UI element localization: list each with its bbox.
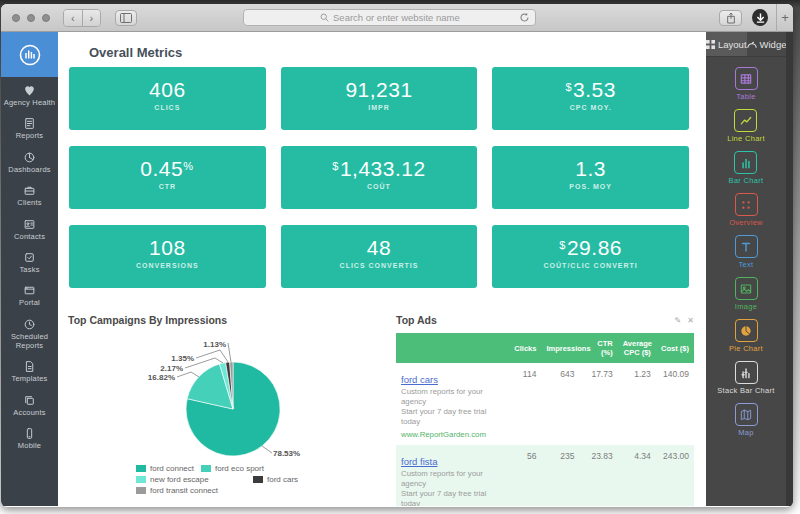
widget-text[interactable]: Text <box>735 235 758 269</box>
widget-image[interactable]: Image <box>735 277 758 311</box>
sidebar-item-mobile[interactable]: Mobile <box>1 420 58 453</box>
ad-metric-cell: 56 <box>503 445 541 507</box>
metric-card-conversions[interactable]: 108 CONVERSIONS <box>69 225 266 288</box>
app-logo[interactable] <box>1 32 58 77</box>
bar-chart-icon <box>734 151 757 174</box>
widget-bar-chart[interactable]: Bar Chart <box>729 151 764 185</box>
ad-description: Custom reports for your agencyStart your… <box>401 387 498 428</box>
share-button[interactable] <box>719 10 742 26</box>
ad-metric-cell: 643 <box>541 363 579 445</box>
window-controls <box>12 14 50 22</box>
legend-item-ford-eco-sport[interactable]: ford eco sport <box>201 464 264 473</box>
right-sidebar-tabs: Layout Widgets <box>706 32 793 57</box>
sidebar-item-dashboards[interactable]: Dashboards <box>1 144 58 177</box>
metric-card-co-t-clic-converti[interactable]: $29.86 COÛT/CLIC CONVERTI <box>492 225 689 288</box>
reload-icon[interactable] <box>519 12 530 25</box>
sidebar-item-accounts[interactable]: Accounts <box>1 387 58 420</box>
top-ads-table: ClicksImpressionsCTR (%)Average CPC ($)C… <box>396 333 694 506</box>
portal-icon <box>3 283 56 296</box>
widget-overview[interactable]: Overview <box>729 193 763 227</box>
bottom-widgets-row: Top Campaigns By Impressions 78.53%16.82… <box>58 311 706 506</box>
legend-item-new-ford-escape[interactable]: new ford escape <box>136 475 209 484</box>
ad-link[interactable]: ford fista <box>401 456 437 467</box>
widget-map[interactable]: Map <box>735 403 758 437</box>
right-sidebar: Layout Widgets Table Line Chart Bar Char… <box>706 32 793 506</box>
sidebar-item-templates[interactable]: Templates <box>1 353 58 386</box>
widget-table[interactable]: Table <box>735 67 758 101</box>
forward-button[interactable]: › <box>82 10 100 26</box>
widget-stack-bar-chart[interactable]: Stack Bar Chart <box>717 361 774 395</box>
sidebar-item-clients[interactable]: Clients <box>1 177 58 210</box>
tab-widgets[interactable]: Widgets <box>747 32 793 56</box>
left-sidebar: Agency Health Reports Dashboards Clients… <box>1 32 58 506</box>
page-title: Overall Metrics <box>89 45 706 60</box>
sidebar-item-scheduled-reports[interactable]: Scheduled Reports <box>1 311 58 354</box>
ads-table-row: ford fista Custom reports for your agenc… <box>396 445 694 507</box>
metric-value: $3.53 <box>492 78 689 101</box>
window-close-button[interactable] <box>12 14 20 22</box>
metric-label: IMPR <box>281 104 478 111</box>
metric-card-clics-convertis[interactable]: 48 CLICS CONVERTIS <box>281 225 478 288</box>
tab-layout[interactable]: Layout <box>706 32 747 56</box>
metric-card-clics[interactable]: 406 CLICS <box>69 67 266 130</box>
metric-card-co-t[interactable]: $1,433.12 COÛT <box>281 146 478 209</box>
sidebar-item-portal[interactable]: Portal <box>1 277 58 310</box>
pie-chart-icon <box>735 319 758 342</box>
new-tab-button[interactable]: + <box>776 4 793 32</box>
metric-value: 1.3 <box>492 157 689 180</box>
metric-label: CTR <box>69 183 266 190</box>
metric-card-impr[interactable]: 91,231 IMPR <box>281 67 478 130</box>
close-icon[interactable]: ✕ <box>687 316 694 325</box>
edit-icon[interactable]: ✎ <box>675 316 682 325</box>
window-minimize-button[interactable] <box>27 14 35 22</box>
window-zoom-button[interactable] <box>42 14 50 22</box>
clients-icon <box>3 183 56 196</box>
top-ads-widget[interactable]: Top Ads ✎ ✕ ClicksImpressionsCTR (%)Aver… <box>396 311 694 506</box>
metric-card-pos-moy[interactable]: 1.3 POS. MOY <box>492 146 689 209</box>
table-icon <box>735 67 758 90</box>
legend-swatch <box>253 476 263 483</box>
back-button[interactable]: ‹ <box>64 10 82 26</box>
widgets-icon <box>747 40 757 49</box>
sidebar-toggle-button[interactable] <box>115 10 138 26</box>
metric-value: 0.45% <box>69 157 266 180</box>
ad-metric-cell: 140.09 <box>656 363 694 445</box>
ad-metric-cell: 17.73 <box>580 363 618 445</box>
metric-label: CONVERSIONS <box>69 262 266 269</box>
svg-text:2.17%: 2.17% <box>160 364 183 373</box>
metric-card-cpc-moy-[interactable]: $3.53 CPC MOY. <box>492 67 689 130</box>
legend-item-ford-connect[interactable]: ford connect <box>136 464 194 473</box>
metric-label: CPC MOY. <box>492 104 689 111</box>
ads-table-row: ford cars Custom reports for your agency… <box>396 363 694 445</box>
ad-description: Custom reports for your agencyStart your… <box>401 469 498 507</box>
line-chart-icon <box>734 109 757 132</box>
stack-bar-chart-icon <box>735 361 758 384</box>
sidebar-item-tasks[interactable]: Tasks <box>1 244 58 277</box>
svg-text:1.13%: 1.13% <box>203 340 226 349</box>
sidebar-item-agency-health[interactable]: Agency Health <box>1 77 58 110</box>
image-icon <box>735 277 758 300</box>
pie-panel-title: Top Campaigns By Impressions <box>68 311 388 326</box>
accounts-icon <box>3 393 56 406</box>
metric-value: 108 <box>69 236 266 259</box>
pie-chart-widget[interactable]: Top Campaigns By Impressions 78.53%16.82… <box>68 311 388 506</box>
ad-metric-cell: 235 <box>541 445 579 507</box>
widget-pie-chart[interactable]: Pie Chart <box>729 319 763 353</box>
address-bar[interactable]: Search or enter website name <box>243 9 536 26</box>
metric-card-ctr[interactable]: 0.45% CTR <box>69 146 266 209</box>
heart-icon <box>3 83 56 96</box>
metric-value: $29.86 <box>492 236 689 259</box>
downloads-button[interactable] <box>752 9 768 26</box>
dashboard-canvas: Overall Metrics 406 CLICS 91,231 IMPR $3… <box>58 32 706 506</box>
legend-item-ford-transit-connect[interactable]: ford transit connect <box>136 486 218 495</box>
mobile-icon <box>3 426 56 439</box>
legend-swatch <box>136 487 146 494</box>
sidebar-item-contacts[interactable]: Contacts <box>1 211 58 244</box>
ad-link[interactable]: ford cars <box>401 374 438 385</box>
downloads-icon <box>756 13 765 23</box>
legend-item-ford-cars[interactable]: ford cars <box>253 475 298 484</box>
app-shell: Agency Health Reports Dashboards Clients… <box>1 32 793 506</box>
widget-line-chart[interactable]: Line Chart <box>727 109 765 143</box>
metric-label: COÛT/CLIC CONVERTI <box>492 262 689 269</box>
sidebar-item-reports[interactable]: Reports <box>1 110 58 143</box>
